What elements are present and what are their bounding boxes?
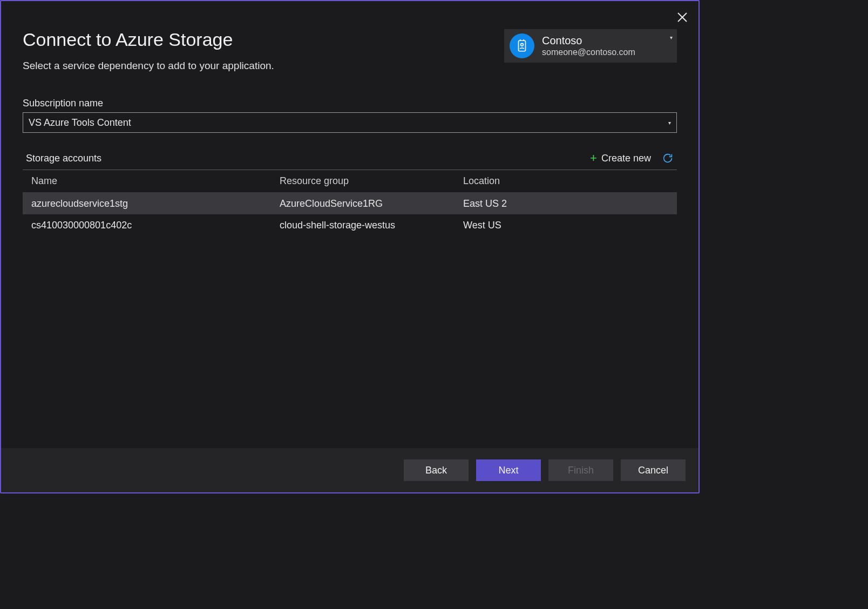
refresh-button[interactable]	[662, 152, 674, 164]
dialog-subtitle: Select a service dependency to add to yo…	[23, 60, 274, 72]
cancel-button[interactable]: Cancel	[621, 459, 686, 481]
create-new-button[interactable]: + Create new	[590, 152, 651, 164]
close-icon	[676, 11, 689, 24]
chevron-down-icon: ▾	[668, 120, 671, 126]
cell-resource_group: AzureCloudService1RG	[280, 198, 463, 209]
next-button[interactable]: Next	[476, 459, 541, 481]
subscription-label: Subscription name	[23, 98, 677, 109]
dialog-window: Connect to Azure Storage Select a servic…	[0, 0, 700, 493]
storage-accounts-table: Name Resource group Location azureclouds…	[23, 170, 677, 236]
dialog-footer: Back Next Finish Cancel	[1, 448, 699, 492]
table-row[interactable]: cs410030000801c402ccloud-shell-storage-w…	[23, 214, 677, 236]
subscription-selected-value: VS Azure Tools Content	[29, 117, 131, 128]
header-text-block: Connect to Azure Storage Select a servic…	[23, 29, 274, 72]
subscription-dropdown[interactable]: VS Azure Tools Content ▾	[23, 112, 677, 133]
col-header-location: Location	[463, 175, 668, 187]
account-email: someone@contoso.com	[542, 47, 669, 57]
table-row[interactable]: azurecloudservice1stgAzureCloudService1R…	[23, 193, 677, 214]
back-button[interactable]: Back	[404, 459, 469, 481]
plus-icon: +	[590, 152, 597, 164]
storage-accounts-title: Storage accounts	[26, 153, 101, 164]
svg-point-3	[521, 43, 524, 46]
close-button[interactable]	[676, 11, 689, 24]
col-header-resource-group: Resource group	[280, 175, 463, 187]
cell-name: azurecloudservice1stg	[31, 198, 280, 209]
cell-name: cs410030000801c402c	[31, 220, 280, 231]
create-new-label: Create new	[601, 153, 651, 164]
finish-button: Finish	[548, 459, 613, 481]
account-org-name: Contoso	[542, 34, 669, 47]
table-header: Name Resource group Location	[23, 170, 677, 193]
cell-location: West US	[463, 220, 668, 231]
cell-resource_group: cloud-shell-storage-westus	[280, 220, 463, 231]
dialog-title: Connect to Azure Storage	[23, 29, 274, 50]
refresh-icon	[662, 152, 674, 164]
account-selector[interactable]: Contoso someone@contoso.com ▾	[504, 29, 677, 63]
col-header-name: Name	[31, 175, 280, 187]
chevron-down-icon: ▾	[670, 35, 673, 40]
cell-location: East US 2	[463, 198, 668, 209]
account-badge-icon	[510, 33, 534, 58]
badge-icon	[515, 39, 529, 53]
